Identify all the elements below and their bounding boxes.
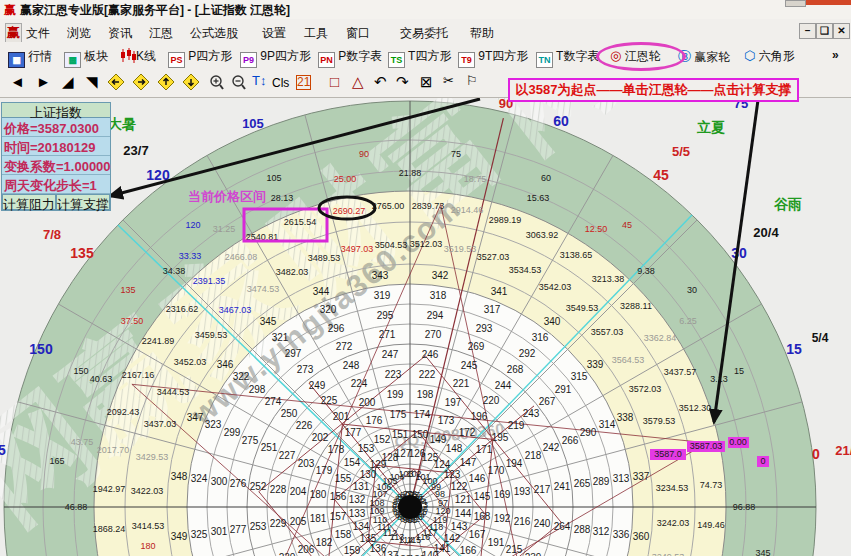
svg-text:3234.53: 3234.53 — [656, 483, 689, 493]
svg-text:121: 121 — [455, 494, 472, 505]
svg-text:3579.53: 3579.53 — [643, 416, 676, 426]
svg-text:317: 317 — [484, 304, 501, 315]
svg-text:295: 295 — [377, 310, 394, 321]
svg-text:5/4: 5/4 — [812, 331, 829, 345]
svg-text:312: 312 — [593, 526, 610, 537]
svg-text:2989.19: 2989.19 — [489, 215, 522, 225]
svg-text:325: 325 — [191, 529, 208, 540]
svg-text:242: 242 — [543, 442, 560, 453]
svg-text:31.25: 31.25 — [213, 224, 236, 234]
svg-text:203: 203 — [298, 458, 315, 469]
svg-text:267: 267 — [539, 396, 556, 407]
svg-text:224: 224 — [351, 378, 368, 389]
svg-text:45: 45 — [622, 220, 632, 230]
svg-text:179: 179 — [316, 465, 333, 476]
svg-text:1942.97: 1942.97 — [93, 484, 126, 494]
svg-text:119: 119 — [433, 515, 447, 525]
svg-text:318: 318 — [430, 290, 447, 301]
svg-text:15.63: 15.63 — [527, 193, 550, 203]
svg-text:245: 245 — [461, 360, 478, 371]
svg-text:132: 132 — [349, 494, 366, 505]
svg-text:215: 215 — [506, 544, 523, 555]
svg-text:168: 168 — [474, 511, 491, 522]
svg-text:220: 220 — [483, 395, 500, 406]
svg-text:43.75: 43.75 — [71, 437, 94, 447]
svg-text:166: 166 — [460, 545, 477, 556]
svg-text:141: 141 — [434, 543, 451, 554]
svg-text:21/3: 21/3 — [835, 443, 851, 458]
svg-text:134: 134 — [353, 521, 370, 532]
svg-text:165: 165 — [49, 456, 64, 466]
svg-text:230: 230 — [279, 552, 296, 556]
svg-text:3444.53: 3444.53 — [157, 387, 190, 397]
svg-text:292: 292 — [519, 348, 536, 359]
svg-text:313: 313 — [613, 473, 630, 484]
svg-text:3474.53: 3474.53 — [247, 284, 280, 294]
svg-text:217: 217 — [534, 484, 551, 495]
svg-text:193: 193 — [514, 486, 531, 497]
svg-text:276: 276 — [230, 478, 247, 489]
svg-text:289: 289 — [593, 476, 610, 487]
svg-text:240: 240 — [534, 518, 551, 529]
svg-text:345: 345 — [755, 548, 770, 556]
svg-text:7/8: 7/8 — [43, 227, 61, 242]
svg-text:343: 343 — [372, 270, 389, 281]
svg-text:243: 243 — [523, 408, 540, 419]
svg-text:0.00: 0.00 — [729, 437, 747, 447]
svg-text:251: 251 — [261, 442, 278, 453]
svg-text:149: 149 — [430, 434, 447, 445]
svg-text:182: 182 — [316, 537, 333, 548]
svg-text:277: 277 — [230, 524, 247, 535]
svg-text:2690.27: 2690.27 — [333, 206, 366, 216]
svg-text:229: 229 — [270, 518, 287, 529]
svg-text:2615.54: 2615.54 — [284, 217, 317, 227]
svg-text:244: 244 — [495, 380, 512, 391]
svg-text:248: 248 — [343, 360, 360, 371]
svg-text:346: 346 — [217, 359, 234, 370]
svg-text:175: 175 — [390, 409, 407, 420]
svg-text:360: 360 — [633, 531, 650, 542]
svg-text:131: 131 — [353, 481, 370, 492]
svg-text:150: 150 — [29, 341, 53, 357]
svg-text:当前价格区间: 当前价格区间 — [188, 189, 266, 204]
svg-text:293: 293 — [476, 323, 493, 334]
svg-text:321: 321 — [272, 332, 289, 343]
svg-text:195: 195 — [492, 432, 509, 443]
svg-text:3063.92: 3063.92 — [526, 230, 559, 240]
svg-text:3512.03: 3512.03 — [410, 239, 443, 249]
svg-text:3564.53: 3564.53 — [612, 355, 645, 365]
svg-text:96.88: 96.88 — [733, 502, 756, 512]
svg-text:3429.53: 3429.53 — [136, 452, 169, 462]
svg-text:立夏: 立夏 — [696, 119, 725, 135]
svg-text:180: 180 — [310, 489, 327, 500]
svg-text:167: 167 — [469, 529, 486, 540]
svg-text:34.38: 34.38 — [163, 266, 186, 276]
svg-text:206: 206 — [298, 544, 315, 555]
svg-text:342: 342 — [432, 270, 449, 281]
svg-text:246: 246 — [422, 349, 439, 360]
svg-text:120: 120 — [185, 220, 200, 230]
svg-text:18.75: 18.75 — [464, 174, 487, 184]
svg-text:274: 274 — [265, 396, 282, 407]
svg-text:221: 221 — [453, 378, 470, 389]
svg-text:2466.08: 2466.08 — [225, 252, 258, 262]
svg-text:338: 338 — [617, 412, 634, 423]
svg-text:247: 247 — [382, 349, 399, 360]
svg-text:37.50: 37.50 — [121, 316, 144, 326]
svg-text:150: 150 — [73, 366, 88, 376]
svg-text:6.25: 6.25 — [679, 316, 697, 326]
svg-text:316: 316 — [532, 332, 549, 343]
svg-text:146: 146 — [469, 473, 486, 484]
svg-text:324: 324 — [191, 473, 208, 484]
svg-text:3422.03: 3422.03 — [131, 486, 164, 496]
svg-text:23/7: 23/7 — [123, 143, 148, 158]
svg-text:9.38: 9.38 — [637, 266, 655, 276]
svg-text:300: 300 — [211, 476, 228, 487]
svg-text:252: 252 — [250, 481, 267, 492]
svg-text:120: 120 — [435, 506, 450, 516]
svg-text:3534.53: 3534.53 — [509, 265, 542, 275]
svg-text:3138.65: 3138.65 — [560, 250, 593, 260]
svg-text:144: 144 — [455, 508, 472, 519]
svg-text:75: 75 — [451, 149, 461, 159]
svg-text:176: 176 — [366, 415, 383, 426]
